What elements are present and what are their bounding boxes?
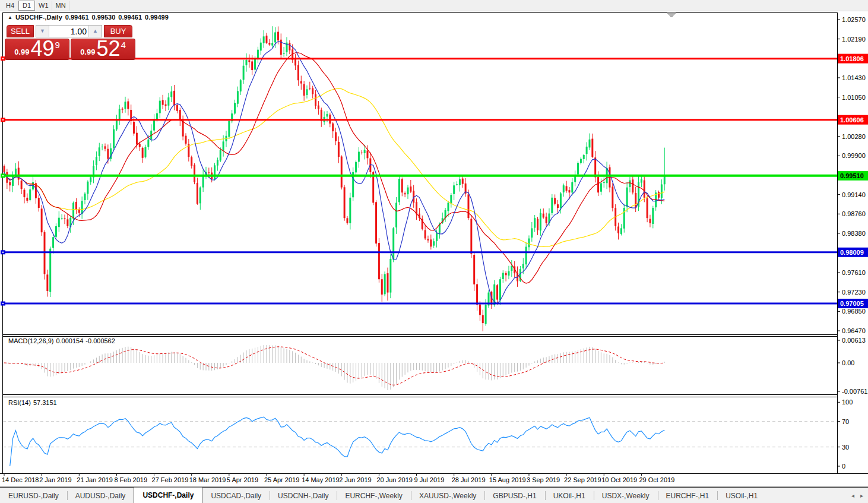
svg-text:25 Apr 2019: 25 Apr 2019 bbox=[264, 476, 299, 483]
svg-text:1.02570: 1.02570 bbox=[842, 16, 866, 23]
high-value: 0.99530 bbox=[92, 14, 116, 21]
svg-text:1.02190: 1.02190 bbox=[842, 36, 866, 43]
svg-text:0.99140: 0.99140 bbox=[842, 191, 866, 198]
svg-text:3 Sep 2019: 3 Sep 2019 bbox=[527, 476, 560, 483]
buy-price-prefix: 0.99 bbox=[80, 48, 95, 56]
svg-text:10 Oct 2019: 10 Oct 2019 bbox=[601, 476, 637, 483]
chart-tabs-bar: EURUSD-,DailyAUDUSD-,DailyUSDCHF-,DailyU… bbox=[0, 488, 868, 503]
svg-text:0.99900: 0.99900 bbox=[842, 152, 866, 159]
chart-tab-xauusd-weekly[interactable]: XAUUSD-,Weekly bbox=[411, 488, 484, 503]
svg-text:0.98760: 0.98760 bbox=[842, 210, 866, 217]
chart-tab-eurusd-daily[interactable]: EURUSD-,Daily bbox=[0, 488, 67, 503]
svg-text:30: 30 bbox=[842, 444, 849, 451]
chart-tab-audusd-daily[interactable]: AUDUSD-,Daily bbox=[67, 488, 134, 503]
sell-price-main: 49 bbox=[30, 40, 54, 58]
svg-text:0.97230: 0.97230 bbox=[842, 289, 866, 296]
svg-text:70: 70 bbox=[842, 418, 849, 425]
svg-text:0.98380: 0.98380 bbox=[842, 230, 866, 237]
chart-tab-ukoil-h1[interactable]: UKOil-,H1 bbox=[545, 488, 594, 503]
svg-text:100: 100 bbox=[842, 398, 853, 406]
svg-text:1.00606: 1.00606 bbox=[840, 116, 864, 124]
svg-text:18 Mar 2019: 18 Mar 2019 bbox=[189, 476, 226, 483]
svg-text:15 Aug 2019: 15 Aug 2019 bbox=[489, 476, 526, 483]
volume-stepper: ▼ ▲ bbox=[36, 25, 102, 37]
chart-tab-eurchf-h1[interactable]: EURCHF-,H1 bbox=[658, 488, 718, 503]
sell-price-tile[interactable]: 0.99 49 9 bbox=[5, 39, 69, 60]
sell-button[interactable]: SELL bbox=[7, 25, 34, 37]
macd-signal-value: -0.000562 bbox=[85, 337, 115, 344]
close-value: 0.99499 bbox=[145, 14, 169, 21]
svg-text:1.00280: 1.00280 bbox=[842, 133, 866, 140]
svg-text:0: 0 bbox=[842, 463, 845, 470]
svg-text:0.99510: 0.99510 bbox=[840, 172, 864, 179]
svg-text:22 Sep 2019: 22 Sep 2019 bbox=[564, 476, 601, 483]
one-click-trade-panel: SELL ▼ ▲ BUY 0.99 49 9 0.99 52 4 bbox=[5, 25, 135, 60]
svg-text:14 May 2019: 14 May 2019 bbox=[302, 476, 340, 483]
svg-text:1.01430: 1.01430 bbox=[842, 74, 866, 81]
macd-pane-label: MACD(12,26,9)0.000154-0.000562 bbox=[8, 337, 118, 344]
svg-text:28 Jul 2019: 28 Jul 2019 bbox=[452, 476, 486, 483]
volume-increase-button[interactable]: ▲ bbox=[88, 26, 102, 37]
rsi-pane-label: RSI(14)57.3151 bbox=[8, 399, 59, 406]
svg-text:20 Jun 2019: 20 Jun 2019 bbox=[376, 476, 413, 483]
svg-text:1.01806: 1.01806 bbox=[840, 55, 864, 62]
chart-tab-usdcnh-daily[interactable]: USDCNH-,Daily bbox=[270, 488, 337, 503]
svg-text:2 Jan 2019: 2 Jan 2019 bbox=[39, 476, 71, 483]
buy-price-main: 52 bbox=[96, 40, 120, 58]
chart-canvas[interactable]: 1.025701.021901.014301.010501.002800.999… bbox=[0, 0, 868, 503]
svg-text:1.01050: 1.01050 bbox=[842, 94, 866, 101]
chart-tab-eurchf-weekly[interactable]: EURCHF-,Weekly bbox=[337, 488, 410, 503]
tabs-scroll-right-icon[interactable]: ▸ bbox=[860, 492, 863, 499]
svg-text:2 Jun 2019: 2 Jun 2019 bbox=[339, 476, 371, 483]
trading-app-window: H4D1W1MN 1.025701.021901.014301.010501.0… bbox=[0, 0, 868, 503]
low-value: 0.99461 bbox=[118, 14, 142, 21]
svg-text:0.97005: 0.97005 bbox=[840, 300, 864, 307]
volume-decrease-button[interactable]: ▼ bbox=[36, 26, 49, 37]
svg-text:29 Oct 2019: 29 Oct 2019 bbox=[639, 476, 674, 483]
open-value: 0.99461 bbox=[65, 14, 89, 21]
svg-text:-0.007612: -0.007612 bbox=[842, 388, 868, 395]
chart-tab-usdcad-daily[interactable]: USDCAD-,Daily bbox=[202, 488, 270, 503]
svg-text:0.98009: 0.98009 bbox=[840, 249, 864, 256]
svg-text:0.00613: 0.00613 bbox=[842, 337, 866, 344]
svg-text:14 Dec 2018: 14 Dec 2018 bbox=[2, 476, 39, 483]
svg-text:0.00: 0.00 bbox=[842, 359, 854, 366]
chart-tab-usdx-weekly[interactable]: USDX-,Weekly bbox=[594, 488, 658, 503]
rsi-label: RSI(14) bbox=[8, 399, 31, 406]
ohlc-values: 0.99461 0.99530 0.99461 0.99499 bbox=[65, 14, 169, 21]
symbol-label: USDCHF-,Daily bbox=[15, 14, 62, 21]
buy-price-pip: 4 bbox=[121, 40, 126, 49]
svg-text:9 Jul 2019: 9 Jul 2019 bbox=[414, 476, 445, 483]
sell-price-prefix: 0.99 bbox=[14, 48, 29, 56]
svg-text:0.96470: 0.96470 bbox=[842, 327, 866, 334]
svg-text:27 Feb 2019: 27 Feb 2019 bbox=[152, 476, 189, 483]
sell-price-pip: 9 bbox=[55, 40, 60, 49]
svg-text:21 Jan 2019: 21 Jan 2019 bbox=[77, 476, 113, 483]
svg-text:5 Apr 2019: 5 Apr 2019 bbox=[227, 476, 258, 483]
macd-value: 0.000154 bbox=[56, 337, 83, 344]
tabs-scroll-left-icon[interactable]: ◂ bbox=[851, 492, 854, 499]
tab-scroll-arrows: ◂▸ bbox=[851, 488, 868, 503]
macd-label: MACD(12,26,9) bbox=[8, 337, 53, 344]
volume-input[interactable] bbox=[49, 26, 88, 37]
buy-price-tile[interactable]: 0.99 52 4 bbox=[71, 39, 135, 60]
svg-text:8 Feb 2019: 8 Feb 2019 bbox=[114, 476, 147, 483]
chart-tab-usoil-h1[interactable]: USOil-,H1 bbox=[717, 488, 766, 503]
chart-tab-gbpusd-h1[interactable]: GBPUSD-,H1 bbox=[484, 488, 544, 503]
svg-text:0.97610: 0.97610 bbox=[842, 269, 866, 276]
svg-text:0.96850: 0.96850 bbox=[842, 308, 866, 315]
rsi-value: 57.3151 bbox=[33, 399, 57, 406]
chart-tab-usdchf-daily[interactable]: USDCHF-,Daily bbox=[134, 487, 202, 503]
quote-header: ▲ USDCHF-,Daily 0.99461 0.99530 0.99461 … bbox=[8, 14, 169, 21]
buy-button[interactable]: BUY bbox=[104, 25, 132, 37]
collapse-triangle-icon[interactable]: ▲ bbox=[8, 15, 12, 20]
